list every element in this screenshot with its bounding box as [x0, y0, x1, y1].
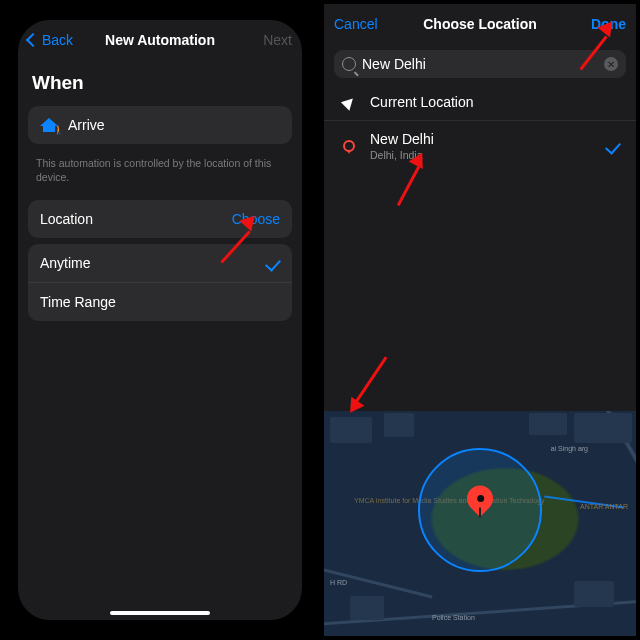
screenshot-new-automation: Back New Automation Next When 🚶 Arrive T… — [0, 0, 320, 640]
back-button[interactable]: Back — [28, 32, 86, 48]
location-label: Location — [40, 211, 93, 227]
navbar: Cancel Choose Location Done — [324, 4, 636, 44]
time-group: Anytime Time Range — [28, 244, 292, 321]
timerange-cell[interactable]: Time Range — [28, 282, 292, 321]
location-cell[interactable]: Location Choose — [28, 200, 292, 238]
map[interactable]: YMCA Institute for Media Studies and Inf… — [324, 411, 636, 636]
anytime-cell[interactable]: Anytime — [28, 244, 292, 282]
map-pin[interactable] — [467, 486, 493, 512]
choose-link[interactable]: Choose — [232, 211, 280, 227]
trigger-group: 🚶 Arrive — [28, 106, 292, 144]
clear-icon[interactable]: ✕ — [604, 57, 618, 71]
map-label-singh: ai Singh arg — [551, 445, 588, 453]
check-icon — [605, 138, 621, 154]
chevron-left-icon — [26, 33, 40, 47]
result-row[interactable]: New Delhi Delhi, India — [324, 120, 636, 171]
location-arrow-icon — [341, 94, 357, 110]
search-icon — [342, 57, 356, 71]
done-button[interactable]: Done — [568, 16, 626, 32]
cancel-button[interactable]: Cancel — [334, 16, 392, 32]
map-label-police: Police Station — [432, 614, 475, 622]
page-title: Choose Location — [392, 16, 568, 32]
home-arrive-icon: 🚶 — [40, 118, 58, 132]
section-when: When — [18, 60, 302, 100]
page-title: New Automation — [86, 32, 234, 48]
arrive-cell[interactable]: 🚶 Arrive — [28, 106, 292, 144]
search-field[interactable]: New Delhi ✕ — [334, 50, 626, 78]
home-indicator[interactable] — [110, 611, 210, 615]
next-button[interactable]: Next — [234, 32, 292, 48]
map-label-jantar: ANTAR ANTAR — [580, 503, 628, 511]
location-group: Location Choose — [28, 200, 292, 238]
screenshot-choose-location: Cancel Choose Location Done New Delhi ✕ … — [320, 0, 640, 640]
current-location-row[interactable]: Current Location — [324, 84, 636, 120]
caption: This automation is controlled by the loc… — [18, 150, 302, 194]
check-icon — [265, 255, 281, 271]
results-list: Current Location New Delhi Delhi, India — [324, 84, 636, 171]
pin-icon — [343, 140, 355, 152]
map-label-road: H RD — [330, 579, 347, 587]
search-input[interactable]: New Delhi — [362, 56, 598, 72]
navbar: Back New Automation Next — [18, 20, 302, 60]
